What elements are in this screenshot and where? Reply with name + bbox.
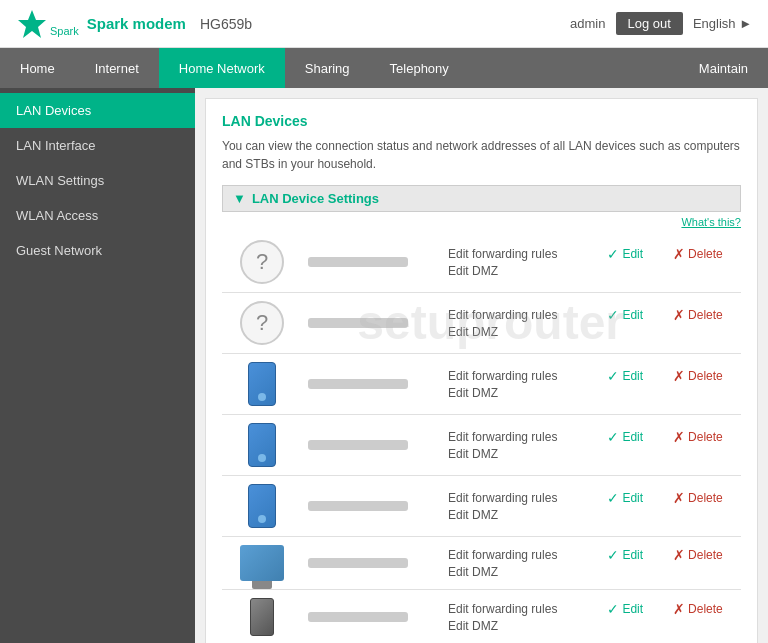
edit-dmz-link[interactable]: Edit DMZ bbox=[448, 447, 498, 461]
forwarding-line: Edit forwarding rules ✓ Edit ✗ Delete bbox=[448, 601, 735, 617]
edit-check-icon: ✓ bbox=[607, 601, 619, 617]
delete-button[interactable]: ✗ Delete bbox=[673, 547, 723, 563]
nav-home[interactable]: Home bbox=[0, 48, 75, 88]
table-row: ? Edit forwarding rules ✓ Edit ✗ Delete bbox=[222, 232, 741, 293]
dmz-line: Edit DMZ bbox=[448, 508, 735, 522]
delete-button[interactable]: ✗ Delete bbox=[673, 307, 723, 323]
dmz-line: Edit DMZ bbox=[448, 619, 735, 633]
language-label: English ► bbox=[693, 16, 752, 31]
device-name-cell bbox=[302, 293, 442, 354]
whats-this-link[interactable]: What's this? bbox=[222, 212, 741, 232]
sidebar-item-lan-devices[interactable]: LAN Devices bbox=[0, 93, 195, 128]
device-icon-cell bbox=[222, 537, 302, 590]
header: Spark Spark modem HG659b admin Log out E… bbox=[0, 0, 768, 48]
edit-dmz-link[interactable]: Edit DMZ bbox=[448, 386, 498, 400]
main-layout: LAN Devices LAN Interface WLAN Settings … bbox=[0, 88, 768, 643]
logout-button[interactable]: Log out bbox=[616, 12, 683, 35]
edit-label: Edit bbox=[622, 491, 643, 505]
edit-dmz-link[interactable]: Edit DMZ bbox=[448, 619, 498, 633]
delete-x-icon: ✗ bbox=[673, 368, 685, 384]
edit-forwarding-link[interactable]: Edit forwarding rules bbox=[448, 369, 557, 383]
actions-wrapper: Edit forwarding rules ✓ Edit ✗ Delete Ed… bbox=[448, 490, 735, 522]
edit-label: Edit bbox=[622, 602, 643, 616]
edit-dmz-link[interactable]: Edit DMZ bbox=[448, 264, 498, 278]
content-inner: LAN Devices You can view the connection … bbox=[205, 98, 758, 643]
edit-button[interactable]: ✓ Edit bbox=[607, 246, 643, 262]
device-actions-cell: Edit forwarding rules ✓ Edit ✗ Delete Ed… bbox=[442, 590, 741, 644]
edit-label: Edit bbox=[622, 430, 643, 444]
device-icon-cell bbox=[222, 354, 302, 415]
nav-telephony[interactable]: Telephony bbox=[370, 48, 469, 88]
device-table: ? Edit forwarding rules ✓ Edit ✗ Delete bbox=[222, 232, 741, 643]
delete-button[interactable]: ✗ Delete bbox=[673, 246, 723, 262]
edit-button[interactable]: ✓ Edit bbox=[607, 429, 643, 445]
delete-button[interactable]: ✗ Delete bbox=[673, 601, 723, 617]
actions-wrapper: Edit forwarding rules ✓ Edit ✗ Delete Ed… bbox=[448, 246, 735, 278]
edit-check-icon: ✓ bbox=[607, 368, 619, 384]
edit-forwarding-link[interactable]: Edit forwarding rules bbox=[448, 308, 557, 322]
section-header: ▼ LAN Device Settings bbox=[222, 185, 741, 212]
table-row: Edit forwarding rules ✓ Edit ✗ Delete Ed… bbox=[222, 537, 741, 590]
sidebar-item-wlan-settings[interactable]: WLAN Settings bbox=[0, 163, 195, 198]
forwarding-line: Edit forwarding rules ✓ Edit ✗ Delete bbox=[448, 547, 735, 563]
device-name-blurred bbox=[308, 501, 408, 511]
table-row: Edit forwarding rules ✓ Edit ✗ Delete Ed… bbox=[222, 354, 741, 415]
delete-label: Delete bbox=[688, 430, 723, 444]
delete-label: Delete bbox=[688, 247, 723, 261]
nav-internet[interactable]: Internet bbox=[75, 48, 159, 88]
edit-forwarding-link[interactable]: Edit forwarding rules bbox=[448, 247, 557, 261]
delete-x-icon: ✗ bbox=[673, 547, 685, 563]
delete-button[interactable]: ✗ Delete bbox=[673, 368, 723, 384]
edit-dmz-link[interactable]: Edit DMZ bbox=[448, 325, 498, 339]
section-title: LAN Device Settings bbox=[252, 191, 379, 206]
delete-button[interactable]: ✗ Delete bbox=[673, 490, 723, 506]
dmz-line: Edit DMZ bbox=[448, 386, 735, 400]
edit-button[interactable]: ✓ Edit bbox=[607, 307, 643, 323]
edit-forwarding-link[interactable]: Edit forwarding rules bbox=[448, 548, 557, 562]
device-name-blurred bbox=[308, 612, 408, 622]
edit-button[interactable]: ✓ Edit bbox=[607, 490, 643, 506]
nav-home-network[interactable]: Home Network bbox=[159, 48, 285, 88]
dmz-line: Edit DMZ bbox=[448, 447, 735, 461]
edit-button[interactable]: ✓ Edit bbox=[607, 601, 643, 617]
edit-forwarding-link[interactable]: Edit forwarding rules bbox=[448, 491, 557, 505]
dmz-line: Edit DMZ bbox=[448, 325, 735, 339]
edit-dmz-link[interactable]: Edit DMZ bbox=[448, 508, 498, 522]
forwarding-line: Edit forwarding rules ✓ Edit ✗ Delete bbox=[448, 490, 735, 506]
table-row: Edit forwarding rules ✓ Edit ✗ Delete Ed… bbox=[222, 590, 741, 644]
page-desc: You can view the connection status and n… bbox=[222, 137, 741, 173]
delete-x-icon: ✗ bbox=[673, 307, 685, 323]
phone-icon bbox=[248, 362, 276, 406]
forwarding-line: Edit forwarding rules ✓ Edit ✗ Delete bbox=[448, 429, 735, 445]
actions-wrapper: Edit forwarding rules ✓ Edit ✗ Delete Ed… bbox=[448, 547, 735, 579]
brand-name: Spark modem bbox=[87, 15, 186, 32]
device-name-blurred bbox=[308, 440, 408, 450]
device-name-blurred bbox=[308, 558, 408, 568]
device-actions-cell: Edit forwarding rules ✓ Edit ✗ Delete Ed… bbox=[442, 537, 741, 590]
collapse-arrow-icon[interactable]: ▼ bbox=[233, 191, 246, 206]
sidebar-item-lan-interface[interactable]: LAN Interface bbox=[0, 128, 195, 163]
spark-logo bbox=[16, 8, 48, 40]
device-actions-cell: Edit forwarding rules ✓ Edit ✗ Delete Ed… bbox=[442, 354, 741, 415]
table-row: Edit forwarding rules ✓ Edit ✗ Delete Ed… bbox=[222, 415, 741, 476]
edit-dmz-link[interactable]: Edit DMZ bbox=[448, 565, 498, 579]
forwarding-line: Edit forwarding rules ✓ Edit ✗ Delete bbox=[448, 246, 735, 262]
delete-button[interactable]: ✗ Delete bbox=[673, 429, 723, 445]
sidebar-item-wlan-access[interactable]: WLAN Access bbox=[0, 198, 195, 233]
edit-button[interactable]: ✓ Edit bbox=[607, 368, 643, 384]
edit-check-icon: ✓ bbox=[607, 547, 619, 563]
edit-label: Edit bbox=[622, 247, 643, 261]
content-area: LAN Devices You can view the connection … bbox=[195, 88, 768, 643]
edit-forwarding-link[interactable]: Edit forwarding rules bbox=[448, 430, 557, 444]
device-icon-cell bbox=[222, 590, 302, 644]
delete-x-icon: ✗ bbox=[673, 429, 685, 445]
nav-maintain[interactable]: Maintain bbox=[679, 48, 768, 88]
device-name-cell bbox=[302, 354, 442, 415]
nav-sharing[interactable]: Sharing bbox=[285, 48, 370, 88]
delete-label: Delete bbox=[688, 369, 723, 383]
dmz-line: Edit DMZ bbox=[448, 565, 735, 579]
sidebar-item-guest-network[interactable]: Guest Network bbox=[0, 233, 195, 268]
forwarding-line: Edit forwarding rules ✓ Edit ✗ Delete bbox=[448, 368, 735, 384]
edit-button[interactable]: ✓ Edit bbox=[607, 547, 643, 563]
edit-forwarding-link[interactable]: Edit forwarding rules bbox=[448, 602, 557, 616]
